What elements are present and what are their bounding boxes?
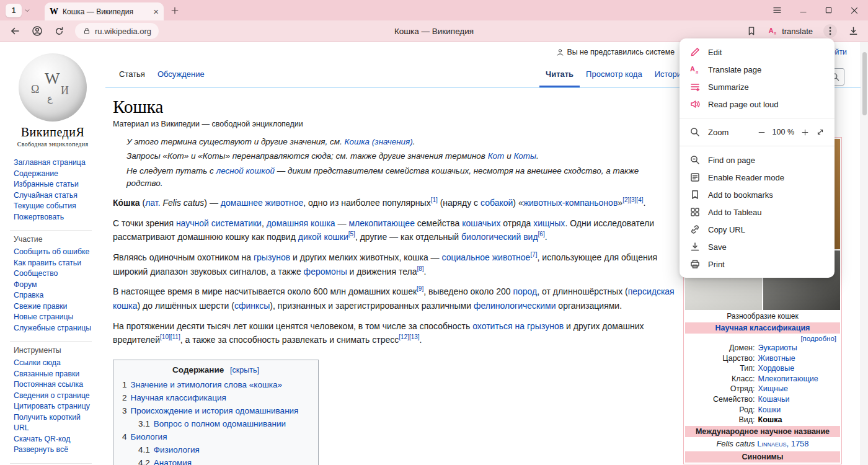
sidebar-link[interactable]: Сведения о странице bbox=[14, 391, 105, 402]
wiki-link[interactable]: дикой кошки bbox=[298, 232, 348, 242]
more-options-icon[interactable] bbox=[823, 24, 837, 38]
toc-link[interactable]: Научная классификация bbox=[131, 393, 226, 402]
new-tab-button[interactable] bbox=[170, 6, 180, 16]
wiki-link[interactable]: домашнее животное bbox=[221, 198, 303, 208]
taxonomy-value[interactable]: Хордовые bbox=[758, 363, 795, 374]
taxonomy-value[interactable]: Кошачьи bbox=[758, 394, 790, 405]
taxonomy-value[interactable]: Кошки bbox=[758, 405, 781, 415]
sidebar-link[interactable]: Скачать QR-код bbox=[14, 434, 105, 445]
reference-link[interactable]: [5] bbox=[348, 231, 355, 238]
page-scrollbar[interactable] bbox=[861, 42, 868, 465]
menu-item-edit[interactable]: Edit bbox=[680, 43, 835, 61]
wiki-link[interactable]: домашняя кошка bbox=[267, 218, 335, 228]
zoom-in-icon[interactable] bbox=[801, 128, 809, 136]
wiki-link[interactable]: хищных bbox=[533, 218, 565, 228]
wiki-link[interactable]: фелинологическими bbox=[474, 301, 556, 311]
sidebar-link[interactable]: Цитировать страницу bbox=[14, 401, 105, 412]
wiki-link[interactable]: социальное животное bbox=[442, 252, 531, 262]
menu-item-save[interactable]: Save bbox=[680, 238, 835, 255]
sidebar-link[interactable]: Заглавная страница bbox=[14, 157, 105, 169]
reference-link[interactable]: [2][3][4] bbox=[622, 197, 643, 203]
wiki-link[interactable]: Linnaeus bbox=[757, 439, 786, 448]
translate-button[interactable]: Aя translate bbox=[768, 25, 813, 37]
tab-read[interactable]: Читать bbox=[539, 62, 580, 87]
downloads-icon[interactable] bbox=[848, 25, 859, 37]
wikipedia-logo[interactable]: WΩИع bbox=[19, 53, 87, 122]
reload-icon[interactable] bbox=[53, 25, 65, 37]
menu-item-reader-mode[interactable]: Enable Reader mode bbox=[680, 169, 835, 186]
sidebar-link[interactable]: Избранные статьи bbox=[14, 179, 105, 190]
sidebar-link[interactable]: Получить короткий URL bbox=[14, 412, 105, 434]
wiki-link[interactable]: научной систематики bbox=[176, 218, 262, 228]
wiki-link[interactable]: лесной кошкой bbox=[216, 166, 275, 175]
sidebar-link[interactable]: Связанные правки bbox=[14, 369, 105, 380]
taxonomy-value[interactable]: Эукариоты bbox=[758, 343, 797, 353]
wiki-link[interactable]: кошачьих bbox=[462, 218, 500, 228]
wiki-link[interactable]: биологический вид bbox=[461, 232, 538, 242]
lock-icon[interactable] bbox=[82, 27, 91, 35]
wiki-link[interactable]: сфинксы bbox=[234, 301, 270, 311]
sidebar-link[interactable]: Служебные страницы bbox=[14, 323, 105, 334]
sidebar-link[interactable]: Содержание bbox=[14, 169, 105, 180]
back-icon[interactable] bbox=[9, 25, 21, 37]
wiki-link[interactable]: грызунов bbox=[254, 252, 290, 262]
toc-link[interactable]: Вопрос о полном одомашнивании bbox=[154, 419, 286, 428]
wiki-link[interactable]: пород bbox=[513, 286, 537, 296]
scrollbar-thumb[interactable] bbox=[862, 52, 867, 115]
reference-link[interactable]: [7] bbox=[530, 251, 537, 258]
close-button[interactable] bbox=[849, 6, 859, 16]
sidebar-link[interactable]: Сообщить об ошибке bbox=[14, 247, 105, 258]
reference-link[interactable]: [12][13] bbox=[399, 334, 419, 341]
reference-link[interactable]: [10][11] bbox=[160, 334, 180, 341]
zoom-out-icon[interactable] bbox=[758, 128, 766, 136]
taxonomy-value[interactable]: Хищные bbox=[758, 384, 788, 394]
wiki-link[interactable]: Кошка (значения) bbox=[345, 137, 413, 146]
browser-menu-icon[interactable] bbox=[772, 5, 782, 16]
sidebar-link[interactable]: Ссылки сюда bbox=[14, 358, 105, 369]
wikipedia-wordmark[interactable]: ВикипедиЯ bbox=[0, 125, 105, 140]
toc-link[interactable]: Происхождение и история одомашнивания bbox=[131, 406, 299, 415]
toc-link[interactable]: Биология bbox=[131, 432, 167, 441]
sidebar-link[interactable]: Постоянная ссылка bbox=[14, 379, 105, 391]
sidebar-link[interactable]: Свежие правки bbox=[14, 301, 105, 312]
menu-item-summarize[interactable]: Summarize bbox=[680, 78, 835, 95]
wiki-link[interactable]: лат. bbox=[145, 198, 160, 208]
toc-link[interactable]: Значение и этимология слова «кошка» bbox=[131, 380, 282, 389]
sidebar-link[interactable]: Как править статьи bbox=[14, 258, 105, 269]
tab-counter-button[interactable]: 1 bbox=[6, 4, 22, 17]
menu-item-add-to-bookmarks[interactable]: Add to bookmarks bbox=[680, 186, 835, 203]
reference-link[interactable]: [8] bbox=[417, 265, 423, 272]
wiki-link[interactable]: Кот bbox=[488, 151, 505, 161]
sidebar-link[interactable]: Новые страницы bbox=[14, 312, 105, 323]
wiki-link[interactable]: Коты bbox=[513, 151, 536, 161]
wiki-link[interactable]: охотиться на грызунов bbox=[472, 321, 564, 331]
browser-tab[interactable]: W Кошка — Википедия × bbox=[45, 2, 164, 20]
minimize-button[interactable] bbox=[799, 6, 808, 15]
profile-icon[interactable] bbox=[31, 25, 43, 37]
classification-header[interactable]: Научная классификация bbox=[685, 322, 840, 334]
tab-talk[interactable]: Обсуждение bbox=[151, 62, 211, 87]
menu-item-copy-url[interactable]: Copy URL bbox=[680, 221, 835, 238]
taxonomy-value[interactable]: Животные bbox=[758, 353, 795, 364]
reference-link[interactable]: [6] bbox=[538, 231, 545, 238]
wiki-link[interactable]: , 1758 bbox=[786, 439, 808, 448]
tab-list-chevron-icon[interactable] bbox=[24, 7, 31, 14]
details-link[interactable]: [подробно] bbox=[685, 334, 840, 343]
wiki-link[interactable]: млекопитающее bbox=[348, 218, 415, 228]
reference-link[interactable]: [1] bbox=[431, 197, 438, 203]
maximize-button[interactable] bbox=[824, 6, 833, 15]
bookmark-flag-icon[interactable] bbox=[746, 25, 757, 37]
wiki-link[interactable]: феромоны bbox=[304, 267, 347, 277]
reference-link[interactable]: [9] bbox=[417, 286, 423, 293]
menu-item-add-to-tableau[interactable]: Add to Tableau bbox=[680, 203, 835, 221]
address-bar[interactable]: ru.wikipedia.org bbox=[75, 23, 159, 39]
wiki-link[interactable]: животных-компаньонов bbox=[523, 198, 618, 208]
toc-link[interactable]: Физиология bbox=[154, 445, 200, 454]
menu-item-read-aloud[interactable]: Read page out loud bbox=[680, 95, 835, 113]
menu-item-translate-page[interactable]: Aя Translate page bbox=[680, 61, 835, 78]
sidebar-link[interactable]: Случайная статья bbox=[14, 190, 105, 202]
toc-link[interactable]: Анатомия bbox=[154, 458, 192, 465]
sidebar-link[interactable]: Сообщество bbox=[14, 268, 105, 280]
sidebar-link[interactable]: Пожертвовать bbox=[14, 212, 105, 223]
sidebar-link[interactable]: Справка bbox=[14, 290, 105, 301]
